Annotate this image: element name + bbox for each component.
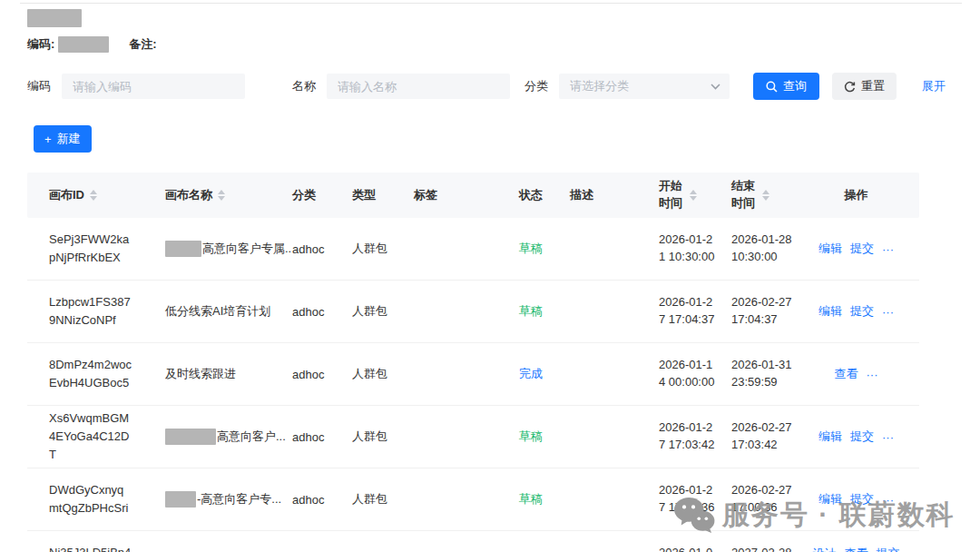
redacted-block	[165, 491, 196, 508]
category-select-placeholder: 请选择分类	[570, 78, 629, 94]
submit-link[interactable]: 提交	[850, 429, 874, 445]
design-link[interactable]: 设计	[813, 546, 837, 552]
category-select[interactable]: 请选择分类	[559, 74, 730, 99]
start-time: 2026-01-27 17:04:37	[659, 294, 731, 329]
filter-bar: 编码 名称 分类 请选择分类 查询 重置 展开	[27, 73, 980, 100]
start-time: 2026-01-01 00:00:00	[659, 545, 731, 552]
start-time: 2026-01-14 00:00:00	[659, 357, 731, 391]
status-badge: 草稿	[519, 303, 570, 320]
status-badge: 草稿	[519, 429, 570, 445]
header-desc: 描述	[570, 187, 659, 203]
more-actions-icon[interactable]: ···	[882, 305, 894, 319]
header-tag: 标签	[414, 187, 519, 203]
reset-button[interactable]: 重置	[832, 73, 897, 100]
name-input[interactable]	[327, 74, 510, 99]
view-link[interactable]: 查看	[845, 546, 868, 552]
table-row: DWdGyCxnyqmtQgZbPHcSri -高意向客户专... adhoc …	[27, 468, 919, 531]
submit-link[interactable]: 提交	[850, 241, 874, 257]
category: adhoc	[292, 242, 352, 256]
start-time: 2026-01-27 17:00:36	[659, 482, 731, 517]
meta-row: 编码: 备注:	[27, 36, 980, 53]
header-type: 类型	[352, 187, 414, 203]
row-actions: 设计 查看 提交 ···	[808, 546, 919, 552]
table-row: Xs6VwqmBGM4EYoGa4C12DT 高意向客户... adhoc 人群…	[27, 406, 919, 468]
status-badge: 草稿	[519, 491, 570, 508]
header-label: 描述	[570, 187, 593, 203]
header-status: 状态	[519, 187, 570, 203]
page-title-redacted	[27, 9, 82, 27]
header-label: 结束时间	[731, 178, 757, 212]
canvas-name: 及时线索跟进	[147, 366, 292, 382]
canvas-name-text: 高意向客户专属...	[202, 242, 292, 255]
edit-link[interactable]: 编辑	[818, 491, 842, 508]
code-input[interactable]	[62, 74, 245, 99]
end-time: 2026-02-27 17:04:37	[731, 294, 808, 329]
sort-icon[interactable]	[218, 190, 225, 201]
submit-link[interactable]: 提交	[877, 546, 900, 552]
category: adhoc	[292, 430, 352, 444]
edit-link[interactable]: 编辑	[818, 241, 842, 257]
start-time: 2026-01-27 17:03:42	[659, 419, 731, 454]
table-row: 8DmPz4m2wocEvbH4UGBoc5 及时线索跟进 adhoc 人群包 …	[27, 343, 919, 406]
code-label: 编码:	[27, 36, 54, 53]
more-actions-icon[interactable]: ···	[867, 368, 878, 381]
new-button[interactable]: + 新建	[34, 125, 92, 153]
expand-link[interactable]: 展开	[922, 78, 946, 94]
more-actions-icon[interactable]: ···	[882, 493, 894, 507]
table-header-row: 画布ID 画布名称 分类 类型 标签 状态 描述 开始时间 结束时间 操作	[27, 172, 919, 218]
row-actions: 编辑 提交 ···	[808, 491, 919, 508]
end-time: 2026-02-27 17:03:42	[731, 419, 808, 454]
submit-link[interactable]: 提交	[850, 491, 874, 508]
canvas-id: DWdGyCxnyqmtQgZbPHcSri	[27, 481, 147, 518]
header-label: 类型	[352, 187, 376, 203]
end-time: 2026-02-27 17:00:36	[731, 482, 808, 517]
filter-code-label: 编码	[27, 78, 51, 94]
canvas-name: 低分线索AI培育计划	[147, 303, 292, 320]
edit-link[interactable]: 编辑	[818, 303, 842, 320]
table-row: Ni35J3LD5jBn4U6txC3dt 线索跟进 ncc 流程 草稿 202…	[27, 531, 919, 552]
canvas-name-text: -高意向客户专...	[197, 492, 281, 506]
remark-label: 备注:	[129, 36, 156, 53]
canvas-id: 8DmPz4m2wocEvbH4UGBoc5	[27, 356, 147, 392]
type: 人群包	[352, 241, 414, 257]
submit-link[interactable]: 提交	[850, 303, 874, 320]
header-label: 分类	[292, 187, 316, 203]
canvas-name: -高意向客户专...	[147, 491, 292, 508]
row-actions: 查看 ···	[808, 366, 919, 382]
search-button-label: 查询	[783, 78, 807, 94]
canvas-name-text: 低分线索AI培育计划	[165, 304, 270, 318]
type: 人群包	[352, 429, 414, 445]
type: 人群包	[352, 491, 414, 508]
header-label: 画布名称	[165, 187, 212, 203]
table-row: SePj3FWW2kapNjPfRrKbEX 高意向客户专属... adhoc …	[27, 218, 919, 281]
redacted-block	[165, 241, 201, 257]
plus-icon: +	[44, 133, 52, 146]
more-actions-icon[interactable]: ···	[882, 242, 894, 256]
new-button-label: 新建	[57, 131, 81, 147]
end-time: 2026-01-31 23:59:59	[731, 357, 808, 391]
canvas-table: 画布ID 画布名称 分类 类型 标签 状态 描述 开始时间 结束时间 操作	[27, 172, 919, 552]
header-canvas-name: 画布名称	[147, 187, 292, 203]
canvas-name: 高意向客户专属...	[147, 241, 292, 258]
header-actions: 操作	[808, 187, 919, 203]
type: 人群包	[352, 366, 414, 382]
canvas-name-text: 高意向客户...	[217, 429, 286, 443]
more-actions-icon[interactable]: ···	[882, 430, 894, 444]
search-icon	[766, 81, 778, 93]
sort-icon[interactable]	[90, 190, 97, 201]
sort-icon[interactable]	[762, 190, 769, 201]
canvas-name: 高意向客户...	[147, 429, 292, 446]
start-time: 2026-01-21 10:30:00	[659, 232, 731, 266]
search-button[interactable]: 查询	[753, 73, 819, 100]
row-actions: 编辑 提交 ···	[808, 241, 919, 257]
code-value-redacted	[58, 36, 109, 53]
canvas-id: Lzbpcw1FS3879NNizCoNPf	[27, 293, 147, 330]
edit-link[interactable]: 编辑	[818, 429, 842, 445]
canvas-id: SePj3FWW2kapNjPfRrKbEX	[27, 231, 147, 267]
toolbar: + 新建	[34, 125, 980, 153]
row-actions: 编辑 提交 ···	[808, 303, 919, 320]
view-link[interactable]: 查看	[835, 366, 858, 382]
filter-name-label: 名称	[292, 78, 316, 94]
header-start-time: 开始时间	[659, 178, 731, 212]
sort-icon[interactable]	[690, 190, 697, 201]
